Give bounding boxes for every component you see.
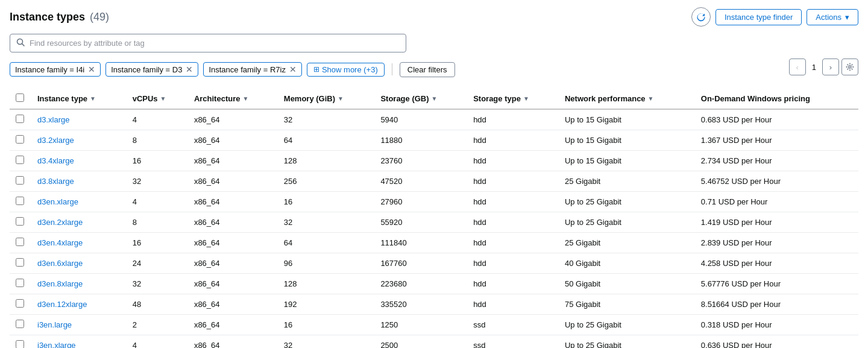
actions-button[interactable]: Actions ▾: [807, 9, 858, 25]
row-checkbox[interactable]: [16, 340, 24, 348]
table-row: d3en.8xlarge 32 x86_64 128 223680 hdd 50…: [10, 274, 858, 294]
row-checkbox[interactable]: [16, 135, 24, 144]
cell-memory: 256: [278, 171, 375, 192]
row-checkbox-cell: [10, 274, 31, 294]
table-row: d3en.4xlarge 16 x86_64 64 111840 hdd 25 …: [10, 233, 858, 253]
cell-architecture: x86_64: [188, 335, 278, 349]
sort-instance-type-icon[interactable]: ▼: [90, 95, 96, 102]
cell-memory: 16: [278, 315, 375, 335]
filter-row: Instance family = I4i ✕ Instance family …: [10, 59, 858, 80]
cell-network: Up to 25 Gigabit: [559, 335, 695, 349]
cell-instance-type: d3en.8xlarge: [31, 274, 127, 294]
cell-memory: 96: [278, 253, 375, 274]
col-header-memory: Memory (GiB) ▼: [278, 89, 375, 109]
cell-network: Up to 25 Gigabit: [559, 192, 695, 212]
cell-storage: 27960: [374, 192, 467, 212]
actions-chevron-icon: ▾: [845, 13, 849, 22]
row-checkbox[interactable]: [16, 217, 24, 226]
filter-tag-r7iz: Instance family = R7iz ✕: [203, 62, 302, 77]
cell-network: 25 Gigabit: [559, 171, 695, 192]
search-input[interactable]: [30, 39, 400, 48]
instance-type-link[interactable]: d3.8xlarge: [37, 177, 74, 186]
next-page-button[interactable]: ›: [822, 59, 839, 75]
cell-vcpus: 8: [127, 212, 188, 233]
cell-instance-type: d3.2xlarge: [31, 130, 127, 151]
row-checkbox[interactable]: [16, 197, 24, 205]
cell-memory: 64: [278, 233, 375, 253]
row-checkbox-cell: [10, 212, 31, 233]
pagination-area: ‹ 1 ›: [789, 59, 858, 75]
cell-network: Up to 15 Gigabit: [559, 130, 695, 151]
row-checkbox[interactable]: [16, 258, 24, 267]
col-header-vcpus: vCPUs ▼: [127, 89, 188, 109]
instance-type-link[interactable]: d3en.8xlarge: [37, 279, 83, 288]
instance-type-link[interactable]: d3.4xlarge: [37, 156, 74, 165]
instance-type-link[interactable]: d3.xlarge: [37, 115, 69, 124]
instance-type-link[interactable]: i3en.xlarge: [37, 341, 76, 348]
cell-storage: 55920: [374, 212, 467, 233]
cell-pricing: 2.734 USD per Hour: [695, 151, 858, 171]
select-all-checkbox[interactable]: [16, 93, 24, 102]
sort-memory-icon[interactable]: ▼: [338, 95, 344, 102]
filter-tag-i4i-close[interactable]: ✕: [88, 65, 95, 74]
cell-pricing: 1.419 USD per Hour: [695, 212, 858, 233]
cell-architecture: x86_64: [188, 274, 278, 294]
sort-vcpus-icon[interactable]: ▼: [160, 95, 166, 102]
cell-storage: 1250: [374, 315, 467, 335]
instance-type-link[interactable]: d3en.xlarge: [37, 197, 78, 206]
sort-storage-type-icon[interactable]: ▼: [523, 95, 529, 102]
cell-network: Up to 25 Gigabit: [559, 315, 695, 335]
cell-storage-type: hdd: [467, 109, 559, 130]
cell-architecture: x86_64: [188, 212, 278, 233]
col-header-network: Network performance ▼: [559, 89, 695, 109]
row-checkbox[interactable]: [16, 115, 24, 123]
table-row: d3en.2xlarge 8 x86_64 32 55920 hdd Up to…: [10, 212, 858, 233]
filter-tag-d3-close[interactable]: ✕: [186, 65, 193, 74]
filter-tag-i4i-label: Instance family = I4i: [15, 65, 84, 74]
row-checkbox[interactable]: [16, 279, 24, 287]
cell-storage-type: hdd: [467, 151, 559, 171]
instance-type-link[interactable]: d3en.12xlarge: [37, 300, 87, 309]
row-checkbox[interactable]: [16, 299, 24, 308]
cell-memory: 128: [278, 151, 375, 171]
filter-tag-r7iz-close[interactable]: ✕: [289, 65, 297, 74]
row-checkbox[interactable]: [16, 238, 24, 246]
row-checkbox[interactable]: [16, 320, 24, 328]
clear-filters-button[interactable]: Clear filters: [400, 62, 455, 77]
row-checkbox[interactable]: [16, 156, 24, 164]
sort-storage-icon[interactable]: ▼: [432, 95, 438, 102]
instance-type-link[interactable]: d3en.2xlarge: [37, 218, 83, 227]
cell-pricing: 2.839 USD per Hour: [695, 233, 858, 253]
instance-type-finder-button[interactable]: Instance type finder: [715, 9, 802, 25]
instance-type-link[interactable]: d3.2xlarge: [37, 136, 74, 145]
cell-vcpus: 4: [127, 192, 188, 212]
row-checkbox[interactable]: [16, 176, 24, 185]
cell-architecture: x86_64: [188, 130, 278, 151]
instance-type-link[interactable]: i3en.large: [37, 320, 72, 329]
table-settings-button[interactable]: [841, 59, 858, 75]
cell-memory: 16: [278, 192, 375, 212]
cell-architecture: x86_64: [188, 315, 278, 335]
cell-storage-type: ssd: [467, 315, 559, 335]
table-row: d3en.12xlarge 48 x86_64 192 335520 hdd 7…: [10, 294, 858, 315]
row-checkbox-cell: [10, 233, 31, 253]
cell-pricing: 1.367 USD per Hour: [695, 130, 858, 151]
cell-instance-type: d3.8xlarge: [31, 171, 127, 192]
show-more-button[interactable]: ⊞ Show more (+3): [307, 63, 385, 77]
refresh-icon: [696, 12, 706, 22]
filter-tag-d3: Instance family = D3 ✕: [105, 62, 198, 77]
prev-page-button[interactable]: ‹: [789, 59, 806, 75]
settings-icon: [846, 63, 854, 71]
cell-instance-type: d3en.6xlarge: [31, 253, 127, 274]
cell-vcpus: 16: [127, 151, 188, 171]
cell-instance-type: d3.xlarge: [31, 109, 127, 130]
page-title: Instance types: [10, 11, 85, 24]
filter-tag-i4i: Instance family = I4i ✕: [10, 62, 101, 77]
instance-type-link[interactable]: d3en.6xlarge: [37, 259, 83, 268]
refresh-button[interactable]: [691, 7, 711, 27]
row-checkbox-cell: [10, 151, 31, 171]
cell-pricing: 4.258 USD per Hour: [695, 253, 858, 274]
instance-type-link[interactable]: d3en.4xlarge: [37, 238, 83, 247]
sort-architecture-icon[interactable]: ▼: [242, 95, 248, 102]
sort-network-icon[interactable]: ▼: [648, 95, 654, 102]
